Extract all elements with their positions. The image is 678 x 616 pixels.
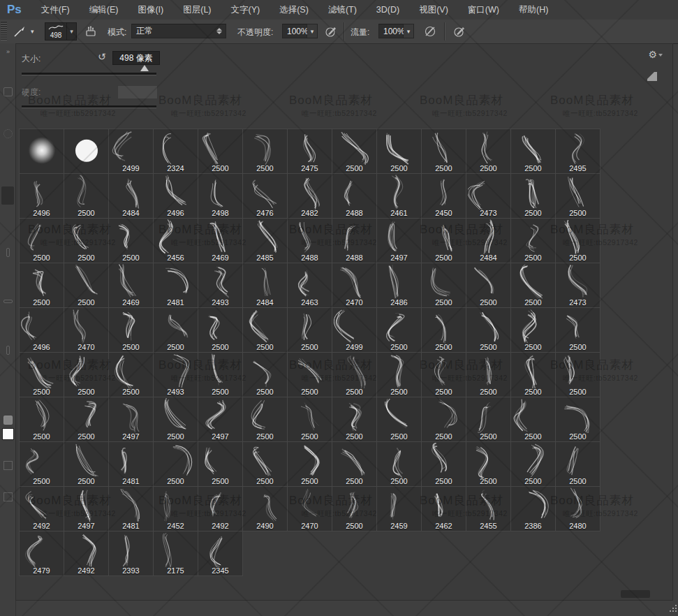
menu-item-10[interactable]: 帮助(H) [509, 0, 558, 20]
airbrush-icon[interactable] [451, 23, 468, 40]
scrollbar-thumb[interactable] [621, 590, 650, 598]
brush-preset[interactable]: 2452 [154, 487, 198, 531]
brush-preset[interactable]: 2500 [64, 353, 109, 397]
brush-preset[interactable]: 2500 [64, 397, 109, 442]
brush-preset[interactable]: 2500 [556, 397, 600, 442]
brush-preset[interactable]: 2476 [243, 174, 288, 219]
brush-preset[interactable]: 2500 [466, 353, 511, 397]
brush-preset[interactable]: 2500 [377, 129, 422, 174]
brush-preset[interactable]: 2500 [377, 397, 422, 442]
brush-preset[interactable]: 2500 [422, 442, 466, 487]
brush-preset[interactable]: 2500 [466, 397, 511, 442]
brush-preset[interactable]: 2484 [243, 263, 288, 308]
brush-preset[interactable]: 2500 [198, 353, 243, 397]
brush-preset[interactable]: 2500 [556, 353, 600, 397]
brush-preset[interactable]: 2500 [422, 219, 466, 263]
menu-item-0[interactable]: 文件(F) [31, 0, 80, 20]
opacity-caret-icon[interactable]: ▾ [307, 24, 318, 38]
airbrush-disabled-icon[interactable] [422, 23, 439, 40]
brush-preset[interactable]: 2500 [243, 353, 288, 397]
brush-preset[interactable]: 2473 [556, 263, 600, 308]
panel-menu-gear-icon[interactable]: ⚙ [648, 49, 663, 60]
brush-preset[interactable]: 2500 [288, 353, 332, 397]
soft-round-brush-preset[interactable] [20, 129, 64, 174]
brush-preset[interactable]: 2455 [466, 487, 511, 531]
tool-icon[interactable] [1, 85, 14, 98]
brush-preset[interactable]: 2496 [20, 174, 64, 219]
brush-preset[interactable]: 2500 [332, 442, 377, 487]
brush-preset[interactable]: 2175 [154, 531, 198, 576]
background-color-swatch[interactable] [1, 413, 14, 426]
brush-preset[interactable]: 2500 [422, 263, 466, 308]
brush-preset[interactable]: 2500 [332, 353, 377, 397]
brush-preset[interactable]: 2459 [377, 487, 422, 531]
brush-preset[interactable]: 2470 [332, 263, 377, 308]
menu-item-8[interactable]: 视图(V) [409, 0, 458, 20]
brush-preset[interactable]: 2500 [20, 442, 64, 487]
mode-select[interactable]: 正常 [131, 24, 226, 38]
brush-preset[interactable]: 2500 [64, 442, 109, 487]
create-new-brush-icon[interactable] [647, 72, 657, 81]
hard-round-brush-preset[interactable] [64, 129, 109, 174]
brush-preset[interactable]: 2500 [20, 263, 64, 308]
menu-item-1[interactable]: 编辑(E) [80, 0, 128, 20]
brush-preset[interactable]: 2345 [198, 531, 243, 576]
brush-preset[interactable]: 2500 [422, 397, 466, 442]
brush-preset[interactable]: 2500 [466, 442, 511, 487]
brush-preset[interactable]: 2500 [288, 397, 332, 442]
brush-preset[interactable]: 2490 [243, 487, 288, 531]
brush-preset[interactable]: 2484 [109, 174, 154, 219]
brush-preset[interactable]: 2486 [377, 263, 422, 308]
collapse-panel-icon[interactable]: » [1, 45, 14, 58]
brush-preset[interactable]: 2500 [243, 397, 288, 442]
brush-preset[interactable]: 2324 [154, 129, 198, 174]
foreground-color-swatch[interactable] [2, 428, 14, 440]
brush-preset[interactable]: 2492 [198, 487, 243, 531]
brush-preset[interactable]: 2497 [377, 219, 422, 263]
brush-preset[interactable]: 2500 [109, 308, 154, 353]
tool-icon[interactable] [1, 490, 14, 503]
brush-preset[interactable]: 2500 [64, 263, 109, 308]
brush-preset[interactable]: 2393 [109, 531, 154, 576]
brush-preset[interactable]: 2456 [154, 219, 198, 263]
window-resize-grip[interactable] [669, 603, 677, 615]
brush-preset[interactable]: 2475 [288, 129, 332, 174]
brush-preset[interactable]: 2481 [154, 263, 198, 308]
options-bar-grip-handle[interactable] [1, 22, 7, 41]
brush-preset[interactable]: 2473 [466, 174, 511, 219]
brush-preset[interactable]: 2500 [154, 397, 198, 442]
menu-item-7[interactable]: 3D(D) [367, 0, 409, 20]
flow-input[interactable]: 100% [378, 24, 404, 38]
brush-preset[interactable]: 2497 [109, 397, 154, 442]
brush-preset[interactable]: 2500 [198, 308, 243, 353]
brush-preset[interactable]: 2461 [377, 174, 422, 219]
brush-preset[interactable]: 2500 [377, 308, 422, 353]
brush-preset[interactable]: 2500 [154, 442, 198, 487]
brush-preset[interactable]: 2500 [511, 353, 556, 397]
brush-preset[interactable]: 2500 [466, 308, 511, 353]
brush-preset[interactable]: 2500 [511, 263, 556, 308]
menu-item-4[interactable]: 文字(Y) [221, 0, 270, 20]
brush-preset[interactable]: 2500 [556, 442, 600, 487]
size-slider[interactable] [22, 73, 156, 75]
brush-preset[interactable]: 2500 [20, 219, 64, 263]
brush-preset[interactable]: 2500 [556, 308, 600, 353]
size-value-field[interactable]: 498 像素 [112, 51, 160, 65]
menu-item-6[interactable]: 滤镜(T) [318, 0, 367, 20]
tool-icon[interactable] [1, 344, 14, 356]
brush-preset[interactable]: 2500 [243, 442, 288, 487]
brush-preset[interactable]: 2469 [109, 263, 154, 308]
tool-icon[interactable] [1, 246, 14, 258]
brush-preset[interactable]: 2500 [377, 442, 422, 487]
brush-preset[interactable]: 2495 [556, 129, 600, 174]
brush-preset[interactable]: 2500 [556, 219, 600, 263]
brush-preset[interactable]: 2497 [198, 397, 243, 442]
menu-item-2[interactable]: 图像(I) [128, 0, 173, 20]
brush-preset[interactable]: 2499 [332, 308, 377, 353]
brush-preset[interactable]: 2500 [332, 487, 377, 531]
brush-preset[interactable]: 2492 [64, 531, 109, 576]
brush-preset[interactable]: 2488 [332, 174, 377, 219]
brush-preset[interactable]: 2500 [64, 219, 109, 263]
brush-tool-icon[interactable] [11, 23, 28, 40]
toggle-brush-panel-button[interactable] [82, 23, 99, 40]
